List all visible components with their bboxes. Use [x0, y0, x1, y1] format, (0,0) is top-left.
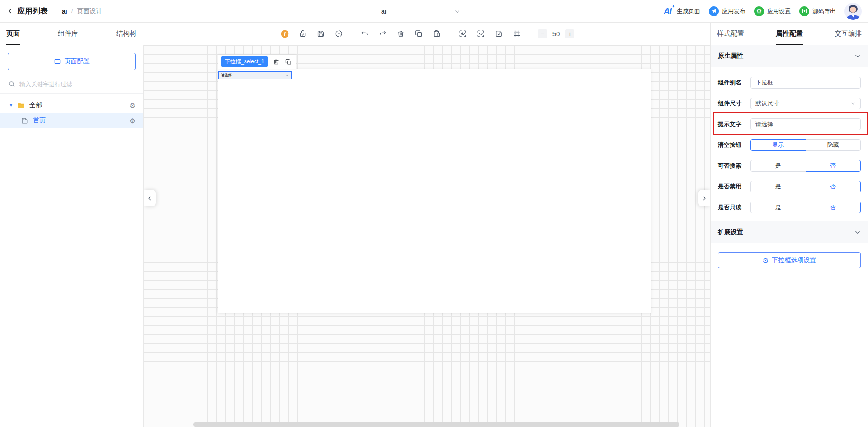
paste-button[interactable] — [432, 29, 442, 39]
toggle-row-clear-button: 清空按钮 显示 隐藏 — [718, 139, 861, 151]
toggle-option-hide[interactable]: 隐藏 — [806, 139, 861, 151]
gear-icon[interactable]: ⚙ — [130, 102, 136, 109]
generate-page-label: 生成页面 — [677, 7, 700, 15]
tab-interaction-config[interactable]: 交互编排 — [835, 23, 862, 45]
tab-property-config[interactable]: 属性配置 — [776, 23, 803, 45]
zoom-in-button[interactable]: + — [565, 29, 574, 38]
page-select-dropdown[interactable]: ai — [381, 0, 460, 23]
toggle-option-no[interactable]: 否 — [806, 202, 861, 213]
app-settings-button[interactable]: ⚙ 应用设置 — [754, 6, 791, 16]
page-select-value: ai — [381, 8, 387, 15]
back-to-app-list-button[interactable]: 应用列表 — [7, 6, 48, 16]
paper-plane-icon — [709, 6, 719, 16]
toggle-option-yes[interactable]: 是 — [750, 181, 806, 192]
toggle-option-no[interactable]: 否 — [806, 181, 861, 192]
field-label: 组件尺寸 — [718, 99, 750, 108]
section-native-properties[interactable]: 原生属性 — [711, 45, 868, 67]
gear-icon: ⚙ — [754, 6, 764, 16]
undo-button[interactable] — [360, 29, 370, 39]
page-file-icon — [21, 117, 28, 125]
unlock-button[interactable] — [298, 29, 308, 39]
tree-row-home-page[interactable]: 首页 ⚙ — [0, 113, 143, 128]
toggle-option-show[interactable]: 显示 — [750, 139, 806, 151]
tab-component-library[interactable]: 组件库 — [58, 23, 78, 45]
extended-settings-body: ⚙ 下拉框选项设置 — [711, 243, 868, 277]
section-title: 扩展设置 — [718, 228, 743, 236]
sparkle-icon: ✦ — [671, 4, 675, 9]
native-property-fields: 组件别名 组件尺寸 默认尺寸 提示文字 清空按钮 显示 隐藏 可否搜索 是 — [711, 67, 868, 213]
tab-style-config[interactable]: 样式配置 — [717, 23, 744, 45]
page-check-button[interactable] — [494, 29, 504, 39]
toolbar-divider — [450, 30, 450, 38]
zoom-out-button[interactable]: − — [538, 29, 547, 38]
chevron-left-icon — [147, 196, 152, 201]
info-button[interactable] — [280, 29, 290, 39]
top-bar: 应用列表 ai / 页面设计 ai Ai✦ 生成页面 应用发布 ⚙ 应用设置 — [0, 0, 868, 23]
delete-component-button[interactable] — [272, 58, 280, 66]
delete-button[interactable] — [396, 29, 406, 39]
back-chevron-icon — [7, 8, 13, 14]
section-extended-settings[interactable]: 扩展设置 — [711, 221, 868, 243]
dropdown-options-settings-button[interactable]: ⚙ 下拉框选项设置 — [718, 252, 861, 268]
tab-pages[interactable]: 页面 — [6, 23, 20, 45]
gear-icon: ⚙ — [763, 257, 769, 264]
field-row-size: 组件尺寸 默认尺寸 — [718, 98, 861, 109]
redo-button[interactable] — [378, 29, 388, 39]
app-list-label: 应用列表 — [17, 6, 48, 16]
search-input[interactable] — [19, 81, 135, 88]
tree-page-label: 首页 — [33, 117, 46, 125]
app-settings-label: 应用设置 — [767, 7, 791, 15]
clear-button-toggle: 显示 隐藏 — [750, 139, 861, 151]
chevron-down-icon — [854, 53, 861, 59]
field-label: 提示文字 — [718, 120, 750, 128]
search-icon — [8, 80, 15, 88]
collapse-left-panel-handle[interactable] — [144, 190, 156, 206]
field-label: 是否禁用 — [718, 183, 750, 191]
page-artboard[interactable] — [218, 69, 651, 313]
preview-button[interactable] — [458, 29, 468, 39]
field-row-hint-text: 提示文字 — [718, 118, 861, 130]
locate-target-button[interactable] — [334, 29, 344, 39]
size-select[interactable]: 默认尺寸 — [750, 98, 861, 109]
toggle-option-no[interactable]: 否 — [806, 160, 861, 172]
copy-component-button[interactable] — [284, 58, 292, 66]
collapse-right-panel-handle[interactable] — [698, 190, 710, 206]
toggle-option-yes[interactable]: 是 — [750, 202, 806, 213]
chevron-down-icon — [850, 101, 856, 106]
page-config-label: 页面配置 — [65, 57, 90, 66]
breadcrumb-app-name[interactable]: ai — [62, 8, 67, 15]
canvas-toolbar: − 50 + — [144, 23, 710, 45]
caret-down-icon[interactable]: ▼ — [9, 103, 13, 108]
toolbar-divider — [352, 30, 352, 38]
dropdown-component[interactable]: 请选择 — [218, 71, 292, 79]
dropdown-options-settings-label: 下拉框选项设置 — [772, 256, 816, 264]
source-code-button[interactable] — [476, 29, 486, 39]
export-source-button[interactable]: 源码导出 — [799, 6, 836, 16]
export-icon — [799, 6, 809, 16]
selected-component-badge[interactable]: 下拉框_select_1 — [221, 56, 268, 67]
publish-app-button[interactable]: 应用发布 — [709, 6, 745, 16]
chevron-down-icon — [454, 9, 460, 14]
tab-structure-tree[interactable]: 结构树 — [116, 23, 137, 45]
readonly-toggle: 是 否 — [750, 202, 861, 213]
tree-row-root[interactable]: ▼ 全部 ⚙ — [0, 98, 143, 113]
searchable-toggle: 是 否 — [750, 160, 861, 172]
pages-sidebar: 页面配置 ▼ 全部 ⚙ 首页 ⚙ — [0, 45, 144, 427]
hint-text-input[interactable] — [750, 118, 861, 130]
user-avatar[interactable] — [844, 3, 862, 20]
save-button[interactable] — [316, 29, 326, 39]
sidebar-tab-bar: 页面 组件库 结构树 — [0, 23, 144, 45]
tree-root-label: 全部 — [29, 101, 42, 109]
toggle-option-yes[interactable]: 是 — [750, 160, 806, 172]
artboard-frame-button[interactable] — [512, 29, 522, 39]
page-config-button[interactable]: 页面配置 — [8, 53, 136, 70]
page-search — [0, 75, 143, 94]
alias-input[interactable] — [750, 77, 861, 89]
size-select-value: 默认尺寸 — [755, 99, 779, 108]
horizontal-scrollbar[interactable] — [193, 422, 679, 427]
section-title: 原生属性 — [718, 52, 743, 60]
copy-button[interactable] — [414, 29, 424, 39]
generate-page-button[interactable]: Ai✦ 生成页面 — [664, 6, 700, 16]
design-canvas[interactable]: 下拉框_select_1 请选择 — [144, 45, 710, 427]
gear-icon[interactable]: ⚙ — [130, 117, 136, 124]
